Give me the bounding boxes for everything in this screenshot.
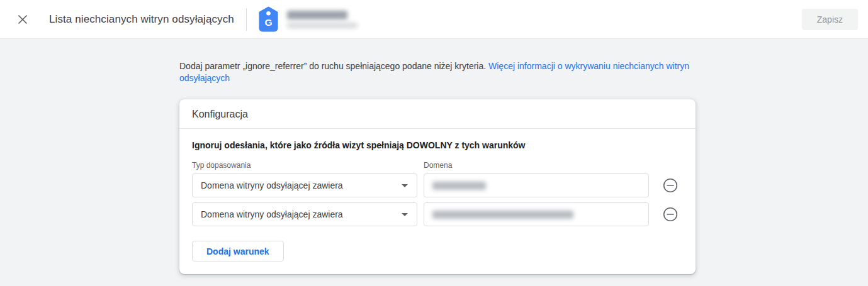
- chevron-down-icon: [402, 213, 408, 216]
- match-type-column-label: Typ dopasowania: [192, 161, 417, 170]
- domain-input[interactable]: [424, 202, 649, 226]
- condition-heading: Ignoruj odesłania, które jako źródła wiz…: [192, 140, 683, 150]
- domain-input[interactable]: [424, 173, 649, 197]
- remove-condition-button[interactable]: [662, 177, 679, 194]
- top-bar: Lista niechcianych witryn odsyłających G…: [0, 0, 868, 39]
- close-button[interactable]: [13, 9, 33, 30]
- page-title: Lista niechcianych witryn odsyłających: [49, 13, 234, 26]
- redacted-property-id: [287, 23, 358, 28]
- configuration-card: Konfiguracja Ignoruj odesłania, które ja…: [179, 99, 696, 274]
- remove-circle-icon: [662, 206, 679, 223]
- domain-column-label: Domena: [424, 161, 452, 170]
- remove-condition-button[interactable]: [662, 206, 679, 223]
- remove-circle-icon: [662, 177, 679, 194]
- chevron-down-icon: [402, 184, 408, 187]
- column-labels: Typ dopasowania Domena: [192, 161, 683, 170]
- add-condition-button[interactable]: Dodaj warunek: [192, 241, 284, 261]
- redacted-domain-value: [432, 182, 486, 190]
- page-description: Dodaj parametr „ignore_referrer” do ruch…: [179, 60, 696, 84]
- match-type-value: Domena witryny odsyłającej zawiera: [201, 209, 343, 219]
- card-title: Konfiguracja: [179, 99, 696, 129]
- match-type-value: Domena witryny odsyłającej zawiera: [201, 180, 343, 190]
- redacted-domain-value: [432, 211, 573, 219]
- property-name-block: [287, 11, 358, 28]
- match-type-select[interactable]: Domena witryny odsyłającej zawiera: [192, 173, 417, 197]
- analytics-property-tag-icon: G: [257, 6, 279, 32]
- close-icon: [17, 14, 28, 25]
- match-type-select[interactable]: Domena witryny odsyłającej zawiera: [192, 202, 417, 226]
- header-divider: [246, 8, 247, 31]
- main-content: Dodaj parametr „ignore_referrer” do ruch…: [0, 39, 868, 274]
- save-button[interactable]: Zapisz: [802, 9, 858, 30]
- property-selector: G: [257, 6, 358, 32]
- description-text: Dodaj parametr „ignore_referrer” do ruch…: [179, 61, 488, 71]
- redacted-property-name: [287, 11, 347, 19]
- condition-row: Domena witryny odsyłającej zawiera: [192, 173, 683, 197]
- svg-text:G: G: [264, 17, 272, 28]
- condition-row: Domena witryny odsyłającej zawiera: [192, 202, 683, 226]
- card-body: Ignoruj odesłania, które jako źródła wiz…: [179, 129, 696, 274]
